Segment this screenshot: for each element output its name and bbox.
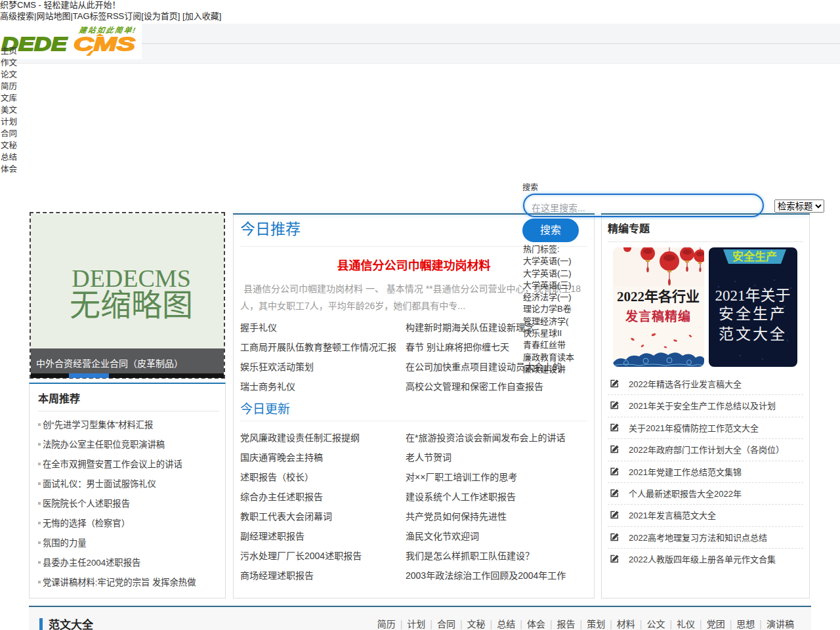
svg-text:范文大全: 范文大全: [719, 326, 787, 343]
svg-text:发言稿精编: 发言稿精编: [625, 309, 691, 324]
svg-text:2021年关于: 2021年关于: [715, 287, 791, 304]
svg-text:2022年各行业: 2022年各行业: [617, 289, 700, 304]
svg-text:安全生产: 安全生产: [719, 306, 787, 322]
svg-text:安全生产: 安全生产: [732, 250, 777, 263]
svg-text:CMS: CMS: [74, 33, 136, 54]
